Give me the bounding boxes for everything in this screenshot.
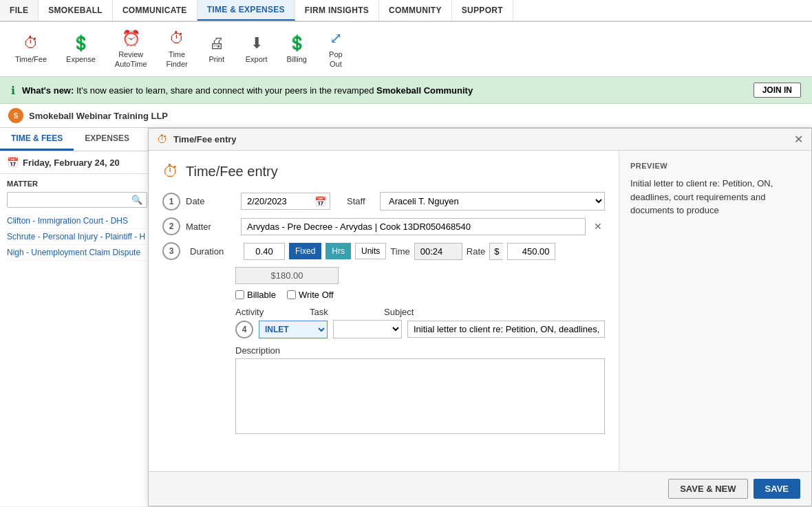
matter-item[interactable]: Clifton - Immigration Court - DHS	[7, 213, 147, 229]
modal-logo-icon: ⏱	[157, 133, 168, 146]
duration-row: 3 Duration Fixed Hrs Units Time Rate $	[162, 242, 605, 260]
fixed-button[interactable]: Fixed	[289, 243, 321, 259]
firm-name: Smokeball Webinar Training LLP	[29, 111, 168, 121]
nav-support[interactable]: SUPPORT	[452, 0, 513, 21]
main-area: TIME & FEES EXPENSES 📅 Friday, February …	[0, 128, 812, 506]
activity-select[interactable]: INLET	[259, 321, 328, 338]
matter-item[interactable]: Nigh - Unemployment Claim Dispute	[7, 245, 147, 261]
firm-logo: S	[8, 108, 23, 123]
write-off-checkbox[interactable]	[287, 290, 296, 299]
matter-search-input[interactable]	[8, 193, 127, 207]
top-navigation: FILE SMOKEBALL COMMUNICATE TIME & EXPENS…	[0, 0, 812, 22]
ribbon-expense[interactable]: 💲 Expense	[58, 30, 104, 68]
ribbon-review-autotime[interactable]: ⏰ Review AutoTime	[107, 25, 156, 72]
tab-expenses[interactable]: EXPENSES	[74, 128, 140, 151]
nav-file[interactable]: FILE	[0, 0, 39, 21]
ribbon-billing-label: Billing	[287, 55, 307, 64]
ribbon-time-fee-label: Time/Fee	[15, 55, 47, 64]
time-fee-modal: ⏱ Time/Fee entry ✕ ⏱ Time/Fee entry 1 Da…	[148, 128, 812, 506]
subject-input[interactable]	[407, 321, 605, 338]
ribbon-time-fee[interactable]: ⏱ Time/Fee	[7, 30, 55, 68]
billable-checkbox-label[interactable]: Billable	[235, 290, 276, 300]
amount-row	[235, 267, 605, 284]
date-label: Date	[186, 196, 235, 206]
staff-select[interactable]: Araceli T. Nguyen	[380, 192, 605, 211]
calendar-picker-icon[interactable]: 📅	[314, 196, 326, 207]
modal-close-button[interactable]: ✕	[794, 133, 803, 146]
matter-clear-button[interactable]: ✕	[591, 221, 605, 232]
date-staff-row: 1 Date 📅 Staff Araceli T. Nguyen	[162, 192, 605, 211]
write-off-checkbox-label[interactable]: Write Off	[287, 290, 334, 300]
export-icon: ⬇	[250, 34, 263, 52]
time-fee-icon: ⏱	[23, 34, 39, 52]
left-panel: TIME & FEES EXPENSES 📅 Friday, February …	[0, 128, 155, 506]
modal-preview-panel: PREVIEW Initial letter to client re: Pet…	[619, 151, 811, 471]
nav-communicate[interactable]: COMMUNICATE	[113, 0, 197, 21]
join-button[interactable]: JOIN IN	[754, 83, 801, 98]
info-banner: ℹ What's new: It's now easier to learn, …	[0, 77, 812, 104]
panel-tabs: TIME & FEES EXPENSES	[0, 128, 154, 151]
activity-column-header: Activity	[235, 307, 304, 317]
info-icon: ℹ	[11, 84, 15, 97]
billable-checkbox[interactable]	[235, 290, 244, 299]
nav-community[interactable]: COMMUNITY	[379, 0, 452, 21]
date-input-wrap: 📅	[241, 193, 330, 210]
matter-item[interactable]: Schrute - Personal Injury - Plaintiff - …	[7, 229, 147, 245]
matter-section: MATTER 🔍	[0, 174, 154, 213]
heading-clock-icon: ⏱	[162, 162, 179, 181]
step-1-circle: 1	[162, 193, 180, 211]
preview-text: Initial letter to client re: Petition, O…	[630, 177, 800, 217]
billing-icon: 💲	[288, 34, 306, 52]
save-button[interactable]: SAVE	[754, 479, 800, 499]
task-column-header: Task	[310, 307, 378, 317]
modal-title: Time/Fee entry	[173, 134, 237, 144]
ribbon: ⏱ Time/Fee 💲 Expense ⏰ Review AutoTime ⏱…	[0, 22, 812, 77]
ribbon-export[interactable]: ⬇ Export	[237, 30, 276, 68]
ribbon-time-finder-label: Time Finder	[167, 50, 188, 68]
step-3-circle: 3	[162, 242, 180, 260]
nav-smokeball[interactable]: SMOKEBALL	[39, 0, 113, 21]
save-new-button[interactable]: SAVE & NEW	[668, 479, 747, 499]
expense-icon: 💲	[72, 34, 90, 52]
matter-input[interactable]	[241, 218, 586, 235]
preview-label: PREVIEW	[630, 162, 800, 170]
time-input	[414, 243, 462, 260]
ribbon-print[interactable]: 🖨 Print	[199, 30, 235, 68]
task-select[interactable]	[333, 320, 402, 338]
matter-search-button[interactable]: 🔍	[127, 193, 147, 207]
rate-input[interactable]	[507, 243, 555, 260]
matter-section-label: MATTER	[7, 180, 147, 188]
staff-select-wrap: Araceli T. Nguyen	[380, 192, 605, 211]
time-label: Time	[390, 246, 409, 257]
matter-search: 🔍	[7, 192, 147, 208]
ribbon-pop-out-label: Pop Out	[329, 50, 343, 68]
description-textarea[interactable]	[235, 358, 605, 434]
ribbon-time-finder[interactable]: ⏱ Time Finder	[158, 25, 196, 72]
modal-body: ⏱ Time/Fee entry 1 Date 📅 Staff Araceli …	[149, 151, 811, 471]
ribbon-pop-out[interactable]: ⤢ Pop Out	[318, 25, 354, 72]
dollar-sign: $	[489, 243, 503, 260]
staff-label: Staff	[347, 196, 374, 206]
ribbon-review-autotime-label: Review AutoTime	[115, 50, 147, 68]
matter-label: Matter	[186, 222, 235, 232]
matter-row: 2 Matter ✕	[162, 217, 605, 235]
modal-titlebar: ⏱ Time/Fee entry ✕	[149, 129, 811, 151]
subject-column-header: Subject	[384, 307, 605, 317]
modal-heading: ⏱ Time/Fee entry	[162, 162, 605, 181]
hrs-button[interactable]: Hrs	[325, 243, 351, 259]
modal-form: ⏱ Time/Fee entry 1 Date 📅 Staff Araceli …	[149, 151, 619, 471]
rate-label: Rate	[467, 246, 485, 257]
duration-input[interactable]	[244, 243, 285, 260]
time-finder-icon: ⏱	[169, 30, 184, 47]
ribbon-print-label: Print	[209, 55, 224, 64]
ribbon-billing[interactable]: 💲 Billing	[279, 30, 315, 68]
units-button[interactable]: Units	[355, 243, 386, 259]
nav-time-expenses[interactable]: TIME & EXPENSES	[197, 0, 295, 21]
tab-time-fees[interactable]: TIME & FEES	[0, 128, 74, 151]
date-row: 📅 Friday, February 24, 20	[0, 151, 154, 174]
checkbox-row: Billable Write Off	[235, 290, 605, 300]
write-off-label: Write Off	[299, 290, 334, 300]
activity-header-row: Activity Task Subject	[235, 307, 605, 317]
pop-out-icon: ⤢	[330, 30, 342, 47]
nav-firm-insights[interactable]: FIRM INSIGHTS	[295, 0, 379, 21]
